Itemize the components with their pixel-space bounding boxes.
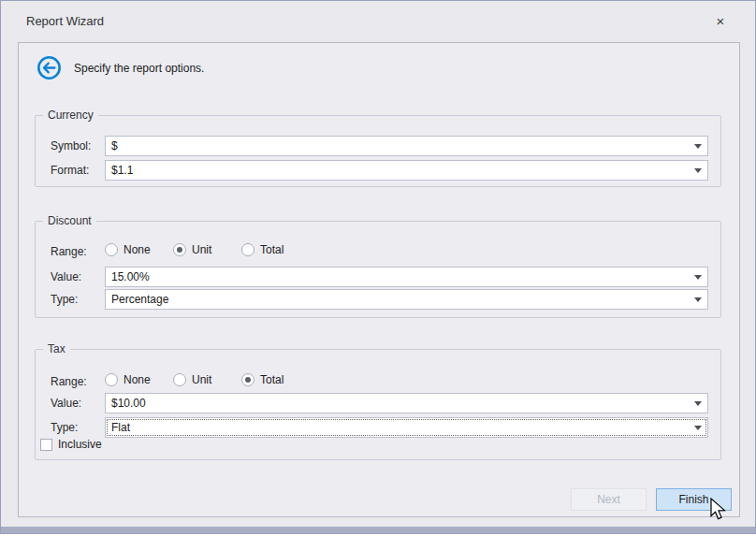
tax-type-combobox[interactable]: Flat [105, 417, 708, 438]
page-instruction: Specify the report options. [74, 62, 204, 75]
radio-label: Total [260, 373, 284, 386]
discount-value-label: Value: [51, 270, 81, 283]
tax-radio-unit[interactable]: Unit [173, 373, 211, 386]
tax-radio-none[interactable]: None [105, 373, 151, 386]
tax-radio-total[interactable]: Total [241, 373, 284, 386]
dropdown-arrow-icon[interactable] [694, 168, 702, 173]
next-button: Next [571, 488, 647, 511]
radio-label: None [124, 243, 151, 256]
discount-type: Percentage [111, 293, 168, 306]
radio-label: Unit [192, 243, 211, 256]
back-arrow-icon[interactable] [36, 55, 62, 80]
window-bottom-edge [1, 527, 755, 533]
discount-radio-total[interactable]: Total [241, 243, 284, 256]
symbol-combobox[interactable]: $ [105, 136, 708, 156]
tax-value-label: Value: [51, 397, 81, 410]
tax-group: Tax Range: None Unit Total Value: $10.00… [35, 349, 721, 460]
discount-value-combobox[interactable]: 15.00% [105, 267, 708, 287]
currency-group-title: Currency [43, 109, 98, 122]
dropdown-arrow-icon[interactable] [694, 426, 702, 430]
tax-group-title: Tax [43, 342, 70, 355]
mouse-cursor [709, 498, 726, 523]
radio-label: None [124, 373, 151, 386]
discount-group: Discount Range: None Unit Total Value: 1… [35, 221, 721, 318]
titlebar[interactable]: Report Wizard × [1, 1, 755, 41]
radio-icon[interactable] [105, 373, 118, 386]
dropdown-arrow-icon[interactable] [694, 144, 702, 149]
format-value: $1.1 [111, 164, 133, 177]
radio-label: Total [260, 243, 284, 256]
discount-value: 15.00% [111, 270, 150, 283]
dropdown-arrow-icon[interactable] [694, 297, 702, 302]
radio-icon[interactable] [105, 243, 118, 256]
format-combobox[interactable]: $1.1 [105, 160, 708, 181]
checkbox-unchecked-icon[interactable] [40, 439, 52, 451]
discount-type-combobox[interactable]: Percentage [105, 289, 708, 310]
dropdown-arrow-icon[interactable] [694, 275, 702, 280]
radio-icon[interactable] [173, 373, 186, 386]
discount-radio-unit[interactable]: Unit [173, 243, 211, 256]
tax-value: $10.00 [111, 397, 146, 410]
inclusive-label: Inclusive [58, 438, 102, 451]
radio-icon[interactable] [241, 243, 254, 256]
dropdown-arrow-icon[interactable] [694, 401, 702, 406]
inclusive-checkbox-row[interactable]: Inclusive [40, 438, 102, 451]
radio-selected-icon[interactable] [241, 373, 254, 386]
discount-range-label: Range: [51, 245, 87, 258]
currency-group: Currency Symbol: $ Format: $1.1 [35, 115, 721, 187]
radio-selected-icon[interactable] [173, 243, 186, 256]
symbol-label: Symbol: [51, 139, 91, 152]
discount-group-title: Discount [43, 214, 96, 227]
tax-type-label: Type: [51, 421, 78, 434]
tax-value-combobox[interactable]: $10.00 [105, 393, 708, 413]
tax-range-label: Range: [51, 375, 87, 388]
radio-label: Unit [192, 373, 211, 386]
discount-radio-none[interactable]: None [105, 243, 151, 256]
close-icon[interactable]: × [710, 11, 731, 32]
tax-type: Flat [111, 421, 130, 434]
window-title: Report Wizard [26, 14, 104, 28]
format-label: Format: [51, 164, 89, 177]
symbol-value: $ [111, 139, 118, 152]
discount-type-label: Type: [51, 293, 78, 306]
report-wizard-window: Report Wizard × Specify the report optio… [0, 0, 756, 534]
wizard-page-panel: Specify the report options. Currency Sym… [18, 42, 740, 517]
